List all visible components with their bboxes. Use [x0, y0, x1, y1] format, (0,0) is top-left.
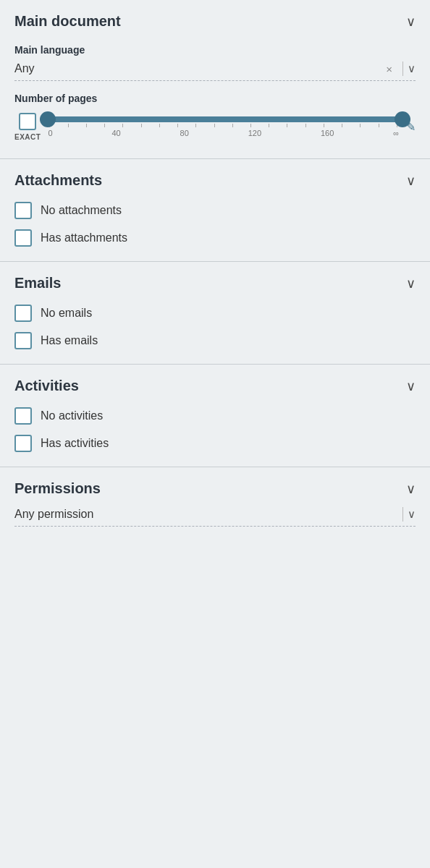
- main-document-header[interactable]: Main document ∨: [14, 13, 416, 30]
- range-label-120: 120: [248, 129, 261, 137]
- emails-section: Emails ∨ No emails Has emails: [0, 262, 430, 365]
- main-document-title: Main document: [14, 13, 121, 30]
- exact-checkbox[interactable]: [19, 113, 36, 130]
- no-activities-label: No activities: [41, 409, 103, 422]
- permissions-header[interactable]: Permissions ∨: [14, 480, 416, 497]
- pages-label: Number of pages: [14, 93, 416, 104]
- activities-chevron-icon: ∨: [406, 378, 416, 394]
- activities-header[interactable]: Activities ∨: [0, 365, 430, 404]
- no-emails-item[interactable]: No emails: [14, 305, 416, 322]
- has-activities-item[interactable]: Has activities: [14, 435, 416, 452]
- main-document-section: Main document ∨ Main language Any × ∨ Nu…: [0, 0, 430, 159]
- exact-label: EXACT: [14, 133, 41, 141]
- permissions-dropdown[interactable]: Any permission ∨: [14, 507, 416, 527]
- permissions-divider: [402, 507, 403, 522]
- emails-chevron-icon: ∨: [406, 276, 416, 292]
- main-document-chevron-icon: ∨: [406, 14, 416, 30]
- tick-mark: [379, 124, 379, 127]
- attachments-section: Attachments ∨ No attachments Has attachm…: [0, 159, 430, 262]
- permissions-chevron-down-icon[interactable]: ∨: [408, 508, 416, 521]
- pages-range-track[interactable]: [48, 116, 399, 122]
- range-label-80: 80: [180, 129, 189, 137]
- tick-mark: [250, 124, 251, 127]
- permissions-section: Permissions ∨ Any permission ∨: [0, 467, 430, 527]
- tick-mark: [86, 124, 87, 127]
- tick-mark: [269, 124, 269, 127]
- tick-mark: [122, 124, 123, 127]
- no-emails-checkbox[interactable]: [14, 305, 32, 322]
- language-field-group: Main language Any × ∨: [14, 44, 416, 81]
- tick-mark: [141, 124, 142, 127]
- permissions-title: Permissions: [14, 480, 101, 497]
- range-labels: 0 40 80 120 160 ∞: [48, 129, 399, 137]
- no-emails-label: No emails: [41, 307, 92, 320]
- has-activities-label: Has activities: [41, 437, 109, 450]
- pages-range-track-wrapper[interactable]: 0 40 80 120 160 ∞: [48, 116, 399, 137]
- language-dropdown[interactable]: Any × ∨: [14, 61, 416, 81]
- no-attachments-label: No attachments: [41, 204, 122, 217]
- has-emails-checkbox[interactable]: [14, 332, 32, 349]
- no-attachments-item[interactable]: No attachments: [14, 202, 416, 219]
- has-attachments-checkbox[interactable]: [14, 229, 32, 247]
- tick-mark: [68, 124, 69, 127]
- activities-title: Activities: [14, 378, 79, 394]
- tick-marks: [48, 124, 399, 127]
- tick-mark: [324, 124, 324, 127]
- pages-slider-container: EXACT: [14, 113, 416, 141]
- tick-mark: [177, 124, 178, 127]
- tick-mark: [305, 124, 306, 127]
- language-value: Any: [14, 62, 380, 75]
- emails-body: No emails Has emails: [0, 302, 430, 364]
- language-clear-icon[interactable]: ×: [380, 63, 398, 75]
- tick-mark: [214, 124, 215, 127]
- no-attachments-checkbox[interactable]: [14, 202, 32, 219]
- activities-section: Activities ∨ No activities Has activitie…: [0, 365, 430, 467]
- range-thumb-right[interactable]: [395, 111, 410, 127]
- range-label-160: 160: [321, 129, 334, 137]
- language-chevron-down-icon[interactable]: ∨: [408, 62, 416, 75]
- emails-title: Emails: [14, 275, 61, 292]
- emails-header[interactable]: Emails ∨: [0, 262, 430, 302]
- tick-mark: [232, 124, 233, 127]
- dropdown-divider: [402, 61, 403, 76]
- tick-mark: [159, 124, 160, 127]
- pages-field-group: Number of pages EXACT: [14, 93, 416, 141]
- tick-mark: [360, 124, 361, 127]
- range-label-inf: ∞: [393, 129, 399, 137]
- range-label-40: 40: [111, 129, 120, 137]
- has-attachments-item[interactable]: Has attachments: [14, 229, 416, 247]
- exact-box: EXACT: [14, 113, 41, 141]
- range-thumb-left[interactable]: [40, 111, 56, 127]
- attachments-chevron-icon: ∨: [406, 173, 416, 189]
- attachments-title: Attachments: [14, 172, 102, 189]
- has-emails-item[interactable]: Has emails: [14, 332, 416, 349]
- tick-mark: [287, 124, 287, 127]
- tick-mark: [104, 124, 105, 127]
- has-emails-label: Has emails: [41, 334, 98, 347]
- activities-body: No activities Has activities: [0, 404, 430, 467]
- permissions-chevron-icon: ∨: [406, 481, 416, 497]
- attachments-header[interactable]: Attachments ∨: [0, 159, 430, 199]
- has-activities-checkbox[interactable]: [14, 435, 32, 452]
- tick-mark: [195, 124, 196, 127]
- tick-mark: [342, 124, 342, 127]
- no-activities-item[interactable]: No activities: [14, 407, 416, 425]
- range-label-0: 0: [48, 129, 52, 137]
- attachments-body: No attachments Has attachments: [0, 199, 430, 261]
- permissions-value: Any permission: [14, 508, 398, 521]
- no-activities-checkbox[interactable]: [14, 407, 32, 425]
- has-attachments-label: Has attachments: [41, 231, 127, 244]
- language-label: Main language: [14, 44, 416, 56]
